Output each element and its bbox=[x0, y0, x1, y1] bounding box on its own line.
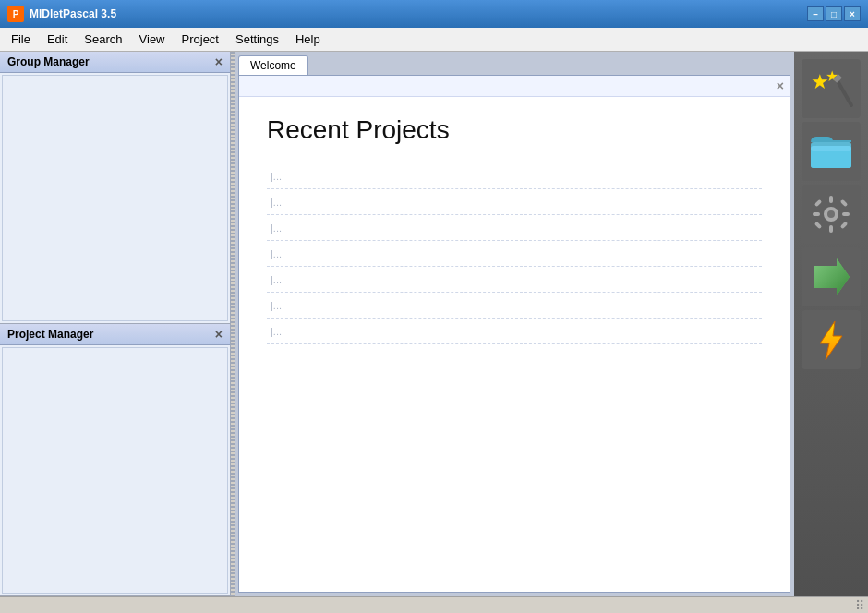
group-manager-title: Group Manager bbox=[7, 55, 90, 68]
content-close-button[interactable]: × bbox=[777, 78, 784, 93]
magic-wand-icon: ★ ★ bbox=[807, 65, 855, 113]
project-manager-body bbox=[2, 347, 228, 594]
gear-icon bbox=[809, 192, 853, 236]
content-panel-header: × bbox=[239, 76, 790, 97]
right-toolbar: ★ ★ bbox=[794, 52, 868, 596]
open-folder-button[interactable] bbox=[802, 122, 861, 181]
group-manager-close[interactable]: × bbox=[215, 55, 223, 68]
content-body: Recent Projects bbox=[239, 97, 790, 592]
list-item[interactable] bbox=[267, 163, 762, 189]
tab-bar: Welcome bbox=[238, 55, 790, 75]
resize-grip-icon: ⠿ bbox=[855, 598, 864, 613]
project-manager-section: Project Manager × bbox=[0, 324, 230, 596]
title-bar-controls: – □ × bbox=[807, 6, 861, 21]
menu-bar: File Edit Search View Project Settings H… bbox=[0, 28, 868, 52]
project-manager-title: Project Manager bbox=[7, 328, 93, 341]
title-bar-left: P MIDletPascal 3.5 bbox=[7, 6, 116, 22]
svg-rect-16 bbox=[840, 222, 848, 229]
folder-icon bbox=[807, 129, 855, 174]
list-item[interactable] bbox=[267, 215, 762, 241]
main-layout: Group Manager × Project Manager × Welcom… bbox=[0, 52, 868, 596]
maximize-button[interactable]: □ bbox=[826, 6, 842, 21]
svg-rect-14 bbox=[840, 199, 848, 207]
group-manager-header: Group Manager × bbox=[0, 52, 230, 73]
menu-project[interactable]: Project bbox=[175, 30, 226, 48]
run-arrow-icon bbox=[809, 255, 853, 299]
wizard-button[interactable]: ★ ★ bbox=[802, 59, 861, 118]
project-list bbox=[267, 163, 762, 344]
project-manager-header: Project Manager × bbox=[0, 324, 230, 345]
svg-rect-9 bbox=[829, 196, 833, 203]
list-item[interactable] bbox=[267, 267, 762, 293]
title-bar: P MIDletPascal 3.5 – □ × bbox=[0, 0, 868, 28]
welcome-tab-label: Welcome bbox=[250, 59, 296, 72]
recent-projects-heading: Recent Projects bbox=[267, 115, 762, 145]
svg-rect-11 bbox=[813, 212, 820, 216]
minimize-button[interactable]: – bbox=[807, 6, 824, 21]
svg-line-2 bbox=[837, 79, 851, 105]
welcome-tab[interactable]: Welcome bbox=[238, 55, 308, 75]
lightning-icon bbox=[809, 318, 853, 362]
menu-edit[interactable]: Edit bbox=[40, 30, 75, 48]
menu-settings[interactable]: Settings bbox=[228, 30, 286, 48]
status-bar: ⠿ bbox=[0, 596, 868, 613]
menu-search[interactable]: Search bbox=[77, 30, 129, 48]
app-title: MIDletPascal 3.5 bbox=[30, 7, 116, 20]
content-panel: × Recent Projects bbox=[238, 75, 790, 593]
build-button[interactable] bbox=[802, 310, 861, 369]
settings-button[interactable] bbox=[802, 185, 861, 244]
run-button[interactable] bbox=[802, 247, 861, 306]
list-item[interactable] bbox=[267, 293, 762, 319]
close-window-button[interactable]: × bbox=[844, 6, 861, 21]
app-icon: P bbox=[7, 6, 24, 22]
list-item[interactable] bbox=[267, 241, 762, 267]
svg-point-8 bbox=[827, 210, 835, 218]
list-item[interactable] bbox=[267, 319, 762, 344]
svg-rect-6 bbox=[811, 146, 851, 151]
list-item[interactable] bbox=[267, 189, 762, 215]
menu-file[interactable]: File bbox=[4, 30, 38, 48]
left-panel: Group Manager × Project Manager × bbox=[0, 52, 231, 596]
center-area: Welcome × Recent Projects bbox=[235, 52, 794, 596]
menu-help[interactable]: Help bbox=[288, 30, 328, 48]
group-manager-section: Group Manager × bbox=[0, 52, 230, 324]
menu-view[interactable]: View bbox=[132, 30, 173, 48]
svg-rect-13 bbox=[814, 199, 822, 207]
svg-rect-15 bbox=[814, 222, 822, 229]
project-manager-close[interactable]: × bbox=[215, 328, 223, 341]
svg-rect-12 bbox=[842, 212, 850, 216]
svg-rect-10 bbox=[829, 225, 833, 233]
group-manager-body bbox=[2, 75, 228, 321]
